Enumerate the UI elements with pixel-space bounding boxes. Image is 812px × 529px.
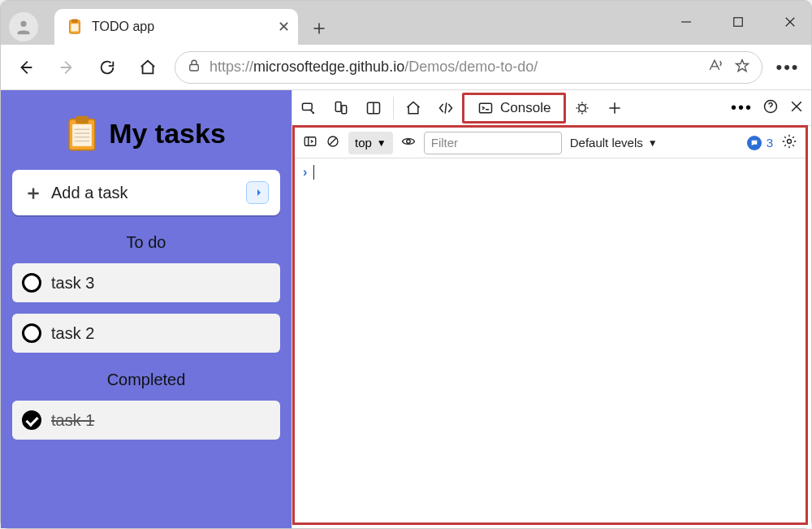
add-task-placeholder: Add a task: [51, 184, 128, 202]
console-toolbar: top ▼ Filter Default levels ▼ 3: [295, 128, 806, 158]
svg-rect-2: [71, 19, 77, 23]
device-toggle-icon[interactable]: [325, 90, 357, 126]
svg-point-18: [407, 139, 411, 143]
read-aloud-icon[interactable]: [706, 58, 723, 77]
inspect-element-icon[interactable]: [292, 90, 325, 126]
window-close-button[interactable]: [774, 6, 806, 38]
console-output[interactable]: ›: [295, 158, 806, 522]
plus-icon: ＋: [24, 180, 43, 206]
close-devtools-icon[interactable]: [788, 98, 805, 118]
svg-rect-11: [342, 105, 347, 113]
svg-point-19: [788, 139, 792, 143]
clipboard-icon: [66, 18, 84, 36]
console-tab[interactable]: Console: [462, 93, 566, 124]
window-minimize-button[interactable]: [670, 6, 702, 38]
console-panel: top ▼ Filter Default levels ▼ 3: [292, 125, 808, 525]
task-name: task 1: [51, 411, 94, 430]
app-title: My tasks: [109, 118, 226, 150]
issues-tab-icon[interactable]: [566, 90, 598, 126]
nav-back-button[interactable]: [12, 54, 40, 81]
svg-rect-16: [304, 137, 316, 145]
console-prompt[interactable]: ›: [303, 165, 797, 180]
svg-rect-8: [72, 124, 92, 146]
console-icon: [477, 100, 494, 116]
chevron-down-icon: ▼: [648, 137, 658, 149]
task-item[interactable]: task 3: [12, 263, 280, 302]
svg-rect-4: [734, 18, 743, 27]
new-tab-button[interactable]: [303, 12, 335, 45]
favorite-icon[interactable]: [734, 58, 750, 77]
svg-rect-3: [71, 24, 78, 31]
add-task-input[interactable]: ＋ Add a task: [12, 170, 280, 215]
task-name: task 3: [51, 274, 94, 293]
chevron-right-icon: ›: [303, 165, 307, 180]
dock-side-icon[interactable]: [357, 90, 390, 126]
log-levels-selector[interactable]: Default levels ▼: [570, 136, 658, 150]
svg-rect-5: [190, 64, 199, 71]
text-cursor: [313, 165, 314, 180]
more-options-icon[interactable]: •••: [731, 98, 753, 117]
toggle-sidebar-icon[interactable]: [303, 134, 317, 152]
task-checkbox-checked[interactable]: [22, 410, 41, 430]
welcome-tab-icon[interactable]: [397, 90, 430, 126]
task-item[interactable]: task 2: [12, 314, 280, 353]
window-maximize-button[interactable]: [722, 6, 754, 38]
svg-rect-7: [76, 116, 89, 124]
clipboard-icon: [67, 115, 97, 152]
todo-app: My tasks ＋ Add a task To do task 3 task …: [1, 90, 292, 528]
svg-rect-10: [335, 102, 341, 111]
close-tab-icon[interactable]: ✕: [278, 18, 290, 36]
completed-section-title: Completed: [12, 364, 280, 389]
task-checkbox[interactable]: [22, 323, 41, 343]
browser-menu-button[interactable]: •••: [775, 57, 800, 78]
browser-tab[interactable]: TODO app ✕: [54, 9, 298, 45]
task-checkbox[interactable]: [22, 273, 41, 293]
devtools-panel: Console ••• top ▼: [292, 90, 811, 528]
lock-icon: [187, 59, 201, 76]
tab-title: TODO app: [92, 20, 154, 34]
nav-refresh-button[interactable]: [93, 54, 121, 81]
issues-counter[interactable]: 3: [747, 136, 773, 150]
submit-task-button[interactable]: [246, 181, 269, 204]
svg-point-14: [579, 104, 585, 111]
filter-input[interactable]: Filter: [424, 132, 562, 154]
task-name: task 2: [51, 324, 94, 343]
issues-count: 3: [767, 136, 773, 150]
svg-rect-13: [480, 103, 492, 113]
filter-placeholder: Filter: [431, 136, 458, 150]
info-icon: [747, 136, 762, 150]
live-expression-icon[interactable]: [401, 134, 416, 152]
svg-point-0: [20, 21, 26, 27]
nav-forward-button[interactable]: [53, 54, 80, 81]
devtools-tabbar: Console •••: [292, 90, 811, 126]
svg-rect-9: [303, 103, 313, 110]
context-label: top: [355, 136, 372, 150]
more-tools-icon[interactable]: [598, 90, 631, 126]
console-tab-label: Console: [500, 100, 551, 116]
task-item-completed[interactable]: task 1: [12, 401, 280, 440]
execution-context-selector[interactable]: top ▼: [348, 132, 393, 154]
window-titlebar: TODO app ✕: [1, 1, 811, 45]
todo-section-title: To do: [12, 227, 280, 252]
url-text: https://microsoftedge.github.io/Demos/de…: [209, 59, 538, 76]
nav-home-button[interactable]: [134, 54, 162, 81]
chevron-down-icon: ▼: [377, 137, 387, 149]
clear-console-icon[interactable]: [326, 134, 340, 152]
console-settings-icon[interactable]: [781, 133, 797, 153]
help-icon[interactable]: [762, 98, 779, 118]
browser-toolbar: https://microsoftedge.github.io/Demos/de…: [1, 45, 811, 90]
profile-avatar[interactable]: [9, 12, 38, 41]
address-bar[interactable]: https://microsoftedge.github.io/Demos/de…: [175, 51, 762, 84]
elements-tab-icon[interactable]: [430, 90, 462, 126]
